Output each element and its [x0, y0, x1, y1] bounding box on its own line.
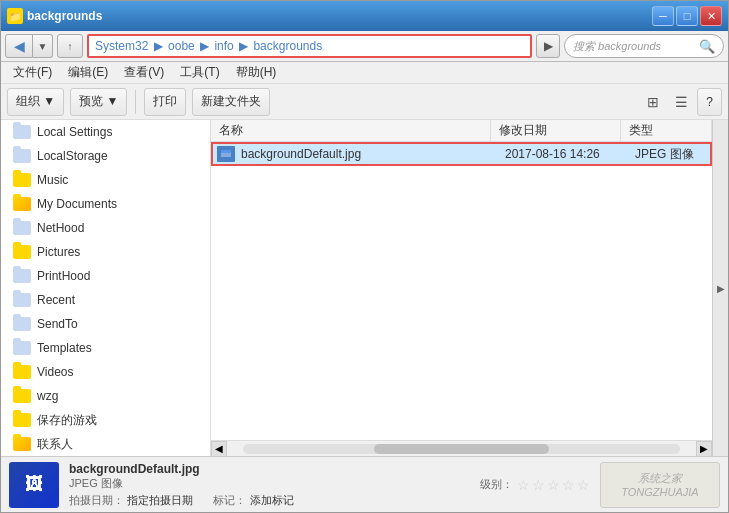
menu-tools[interactable]: 工具(T): [172, 62, 227, 83]
sidebar-item-my-documents[interactable]: My Documents: [1, 192, 210, 216]
view-list-button[interactable]: ☰: [669, 90, 693, 114]
search-icon[interactable]: 🔍: [699, 39, 715, 54]
sidebar-item-music[interactable]: Music: [1, 168, 210, 192]
rating-row: 级别： ☆ ☆ ☆ ☆ ☆: [480, 477, 590, 493]
tag-label: 标记：: [213, 494, 246, 506]
folder-icon: [13, 317, 31, 331]
minimize-button[interactable]: ─: [652, 6, 674, 26]
watermark-area: 系统之家TONGZHUAJIA: [600, 462, 720, 508]
star-1[interactable]: ☆: [517, 477, 530, 493]
horizontal-scrollbar[interactable]: ◀ ▶: [211, 440, 712, 456]
tag-value[interactable]: 添加标记: [250, 494, 294, 506]
address-bar-area: ◀ ▼ ↑ System32 ▶ oobe ▶ info ▶ backgroun…: [1, 31, 728, 62]
sidebar-item-label: wzg: [37, 389, 58, 403]
new-folder-button[interactable]: 新建文件夹: [192, 88, 270, 116]
sidebar-item-saved-games[interactable]: 保存的游戏: [1, 408, 210, 432]
sidebar-item-wzg[interactable]: wzg: [1, 384, 210, 408]
address-path: System32 ▶ oobe ▶ info ▶ backgrounds: [95, 39, 322, 53]
star-4[interactable]: ☆: [562, 477, 575, 493]
folder-icon: [13, 413, 31, 427]
window-controls: ─ □ ✕: [652, 6, 722, 26]
col-header-name[interactable]: 名称: [211, 120, 491, 141]
sidebar-item-label: SendTo: [37, 317, 78, 331]
col-header-date[interactable]: 修改日期: [491, 120, 621, 141]
file-type: JPEG 图像: [627, 146, 706, 163]
sidebar-item-label: My Documents: [37, 197, 117, 211]
sidebar-item-label: Pictures: [37, 245, 80, 259]
folder-icon: [13, 365, 31, 379]
organize-button[interactable]: 组织 ▼: [7, 88, 64, 116]
status-info: backgroundDefault.jpg JPEG 图像 拍摄日期： 指定拍摄…: [69, 462, 470, 508]
address-go-button[interactable]: ▶: [536, 34, 560, 58]
col-header-type[interactable]: 类型: [621, 120, 712, 141]
star-rating[interactable]: ☆ ☆ ☆ ☆ ☆: [517, 477, 590, 493]
star-5[interactable]: ☆: [577, 477, 590, 493]
title-bar-left: 📁 backgrounds: [7, 8, 102, 24]
forward-button[interactable]: ▼: [33, 34, 53, 58]
print-button[interactable]: 打印: [144, 88, 186, 116]
status-date-info: 拍摄日期： 指定拍摄日期: [69, 493, 193, 508]
rating-label: 级别：: [480, 477, 513, 492]
sidebar-item-recent[interactable]: Recent: [1, 288, 210, 312]
sidebar-item-label: LocalStorage: [37, 149, 108, 163]
folder-icon: [13, 389, 31, 403]
file-list: backgroundDefault.jpg 2017-08-16 14:26 J…: [211, 142, 712, 440]
sidebar-item-label: PrintHood: [37, 269, 90, 283]
up-button[interactable]: ↑: [57, 34, 83, 58]
toolbar-separator: [135, 90, 136, 114]
close-button[interactable]: ✕: [700, 6, 722, 26]
file-icon: [217, 146, 235, 162]
menu-file[interactable]: 文件(F): [5, 62, 60, 83]
maximize-button[interactable]: □: [676, 6, 698, 26]
sidebar: Local Settings LocalStorage Music My Doc…: [1, 120, 211, 456]
sidebar-item-label: 保存的游戏: [37, 412, 97, 429]
menu-edit[interactable]: 编辑(E): [60, 62, 116, 83]
folder-icon: [13, 125, 31, 139]
status-filetype: JPEG 图像: [69, 476, 470, 491]
folder-icon: [13, 269, 31, 283]
menu-bar: 文件(F) 编辑(E) 查看(V) 工具(T) 帮助(H): [1, 62, 728, 84]
sidebar-item-printhood[interactable]: PrintHood: [1, 264, 210, 288]
sidebar-item-label: 联系人: [37, 436, 73, 453]
file-name-cell: backgroundDefault.jpg: [217, 146, 497, 162]
watermark-text: 系统之家TONGZHUAJIA: [619, 469, 700, 500]
table-row[interactable]: backgroundDefault.jpg 2017-08-16 14:26 J…: [211, 142, 712, 166]
sidebar-item-local-settings[interactable]: Local Settings: [1, 120, 210, 144]
help-button[interactable]: ?: [697, 88, 722, 116]
search-box[interactable]: 搜索 backgrounds 🔍: [564, 34, 724, 58]
sidebar-item-label: Videos: [37, 365, 73, 379]
folder-icon: [13, 173, 31, 187]
hscroll-right-button[interactable]: ▶: [696, 441, 712, 457]
title-bar: 📁 backgrounds ─ □ ✕: [1, 1, 728, 31]
folder-icon: [13, 341, 31, 355]
right-panel-collapse[interactable]: ▶: [712, 120, 728, 456]
back-button[interactable]: ◀: [5, 34, 33, 58]
main-content: Local Settings LocalStorage Music My Doc…: [1, 120, 728, 456]
sidebar-item-videos[interactable]: Videos: [1, 360, 210, 384]
menu-help[interactable]: 帮助(H): [228, 62, 285, 83]
toolbar: 组织 ▼ 预览 ▼ 打印 新建文件夹 ⊞ ☰ ?: [1, 84, 728, 120]
window-icon: 📁: [7, 8, 23, 24]
status-bar: 🖼 backgroundDefault.jpg JPEG 图像 拍摄日期： 指定…: [1, 456, 728, 512]
sidebar-item-label: Recent: [37, 293, 75, 307]
hscroll-track: [243, 444, 680, 454]
sidebar-item-localstorage[interactable]: LocalStorage: [1, 144, 210, 168]
sidebar-item-pictures[interactable]: Pictures: [1, 240, 210, 264]
star-3[interactable]: ☆: [547, 477, 560, 493]
sidebar-item-templates[interactable]: Templates: [1, 336, 210, 360]
toolbar-right: ⊞ ☰ ?: [641, 88, 722, 116]
sidebar-item-contacts[interactable]: 联系人: [1, 432, 210, 456]
folder-icon: [13, 221, 31, 235]
hscroll-left-button[interactable]: ◀: [211, 441, 227, 457]
menu-view[interactable]: 查看(V): [116, 62, 172, 83]
svg-rect-2: [221, 150, 231, 153]
sidebar-item-label: Templates: [37, 341, 92, 355]
address-box[interactable]: System32 ▶ oobe ▶ info ▶ backgrounds: [87, 34, 532, 58]
sidebar-item-nethood[interactable]: NetHood: [1, 216, 210, 240]
star-2[interactable]: ☆: [532, 477, 545, 493]
sidebar-item-sendto[interactable]: SendTo: [1, 312, 210, 336]
preview-button[interactable]: 预览 ▼: [70, 88, 127, 116]
status-filename: backgroundDefault.jpg: [69, 462, 470, 476]
hscroll-thumb[interactable]: [374, 444, 549, 454]
view-toggle-button[interactable]: ⊞: [641, 90, 665, 114]
